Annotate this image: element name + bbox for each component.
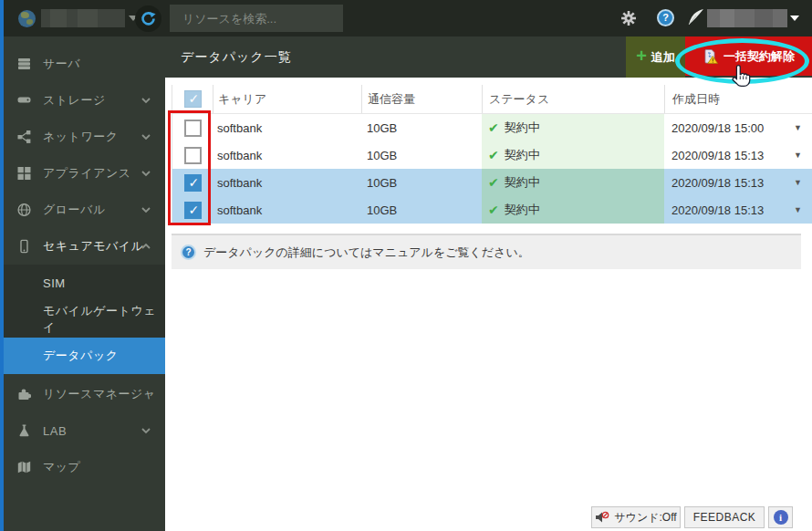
chevron-up-icon — [141, 244, 151, 250]
table-row[interactable]: softbank 10GB 契約中 2020/09/18 15:00 — [172, 114, 812, 141]
sidebar: サーバ ストレージ ネットワーク — [0, 36, 165, 531]
mobile-phone-icon — [17, 240, 31, 254]
sound-toggle-button[interactable]: サウンド:Off — [591, 506, 681, 528]
sidebar-item-lab[interactable]: LAB — [0, 412, 165, 449]
sidebar-item-global[interactable]: グローバル — [0, 192, 165, 228]
sidebar-item-server[interactable]: サーバ — [0, 46, 165, 82]
column-header-carrier[interactable]: キャリア — [213, 85, 361, 113]
lab-flask-icon — [17, 424, 31, 438]
status-ok-icon — [488, 148, 499, 162]
table-row[interactable]: softbank 10GB 契約中 2020/09/18 15:13 — [172, 169, 812, 196]
resource-search — [170, 5, 343, 32]
map-icon — [17, 461, 31, 474]
chevron-down-icon — [141, 207, 151, 213]
annotation-red-box-checkboxes — [168, 110, 211, 225]
server-icon — [17, 57, 31, 71]
feather-pen-icon — [687, 8, 704, 26]
storage-icon — [17, 94, 31, 108]
feedback-button[interactable]: FEEDBACK — [684, 506, 765, 528]
status-badge: 契約中 — [482, 169, 664, 196]
sound-muted-icon — [595, 511, 609, 524]
sidebar-item-storage[interactable]: ストレージ — [0, 82, 165, 119]
column-header-capacity[interactable]: 通信容量 — [361, 85, 482, 113]
row-menu-caret-icon[interactable] — [794, 178, 802, 187]
appliance-grid-icon — [17, 167, 31, 181]
datapack-table: キャリア 通信容量 ステータス 作成日時 softbank 10GB 契約中 2… — [172, 85, 812, 224]
chevron-down-icon — [141, 98, 151, 104]
table-header-row: キャリア 通信容量 ステータス 作成日時 — [172, 85, 812, 114]
chevron-down-icon — [141, 171, 151, 177]
mouse-cursor-icon — [729, 64, 753, 93]
select-all-checkbox[interactable] — [184, 90, 202, 108]
left-accent-strip — [0, 0, 4, 531]
help-icon — [181, 245, 196, 260]
search-input[interactable] — [170, 12, 343, 26]
redacted-username[interactable] — [707, 9, 787, 27]
sidebar-item-appliance[interactable]: アプライアンス — [0, 155, 165, 192]
status-badge: 契約中 — [482, 196, 664, 224]
table-row[interactable]: softbank 10GB 契約中 2020/09/18 15:13 — [172, 196, 812, 224]
status-ok-icon — [488, 175, 499, 190]
sidebar-item-resource-manager[interactable]: リソースマネージャ — [0, 376, 165, 412]
app-window: サーバ ストレージ ネットワーク — [0, 0, 812, 531]
column-header-status[interactable]: ステータス — [482, 85, 664, 113]
row-menu-caret-icon[interactable] — [794, 123, 802, 132]
plus-icon: + — [636, 46, 647, 67]
info-icon — [774, 510, 788, 525]
settings-gear-icon[interactable] — [620, 10, 637, 26]
puzzle-piece-icon — [17, 388, 31, 401]
page-title: データパック一覧 — [181, 49, 292, 66]
help-icon[interactable] — [657, 9, 674, 26]
user-menu-caret-icon[interactable] — [790, 16, 799, 21]
globe-icon — [17, 203, 31, 217]
chevron-down-icon — [141, 428, 151, 434]
sidebar-item-secure-mobile[interactable]: セキュアモバイル — [0, 228, 165, 265]
refresh-button[interactable] — [135, 5, 161, 32]
sidebar-item-network[interactable]: ネットワーク — [0, 119, 165, 155]
sidebar-item-map[interactable]: マップ — [0, 449, 165, 485]
manual-info-bar: データパックの詳細についてはマニュアルをご覧ください。 — [172, 234, 801, 269]
row-menu-caret-icon[interactable] — [794, 205, 802, 214]
sidebar-item-datapack[interactable]: データパック — [0, 338, 165, 374]
region-globe-icon[interactable] — [18, 10, 36, 27]
row-menu-caret-icon[interactable] — [794, 151, 802, 160]
chevron-down-icon — [141, 134, 151, 141]
info-text: データパックの詳細についてはマニュアルをご覧ください。 — [203, 245, 530, 261]
network-icon — [17, 130, 31, 144]
status-ok-icon — [488, 203, 499, 217]
refresh-icon — [141, 11, 156, 26]
table-row[interactable]: softbank 10GB 契約中 2020/09/18 15:13 — [172, 141, 812, 169]
sidebar-item-sim[interactable]: SIM — [0, 265, 165, 301]
status-badge: 契約中 — [482, 114, 664, 141]
sidebar-item-mobile-gateway[interactable]: モバイルゲートウェイ — [0, 301, 165, 338]
status-ok-icon — [488, 120, 499, 135]
redacted-account-name — [41, 9, 125, 27]
status-badge: 契約中 — [482, 141, 664, 169]
topbar — [0, 0, 812, 36]
info-button[interactable] — [768, 506, 793, 528]
